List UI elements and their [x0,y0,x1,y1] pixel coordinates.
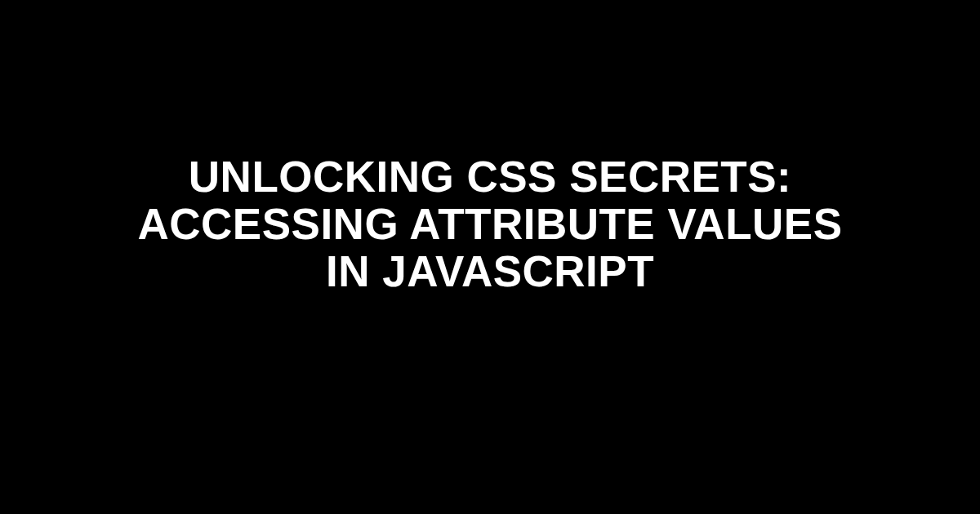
page-title: Unlocking CSS Secrets: Accessing Attribu… [82,153,898,296]
